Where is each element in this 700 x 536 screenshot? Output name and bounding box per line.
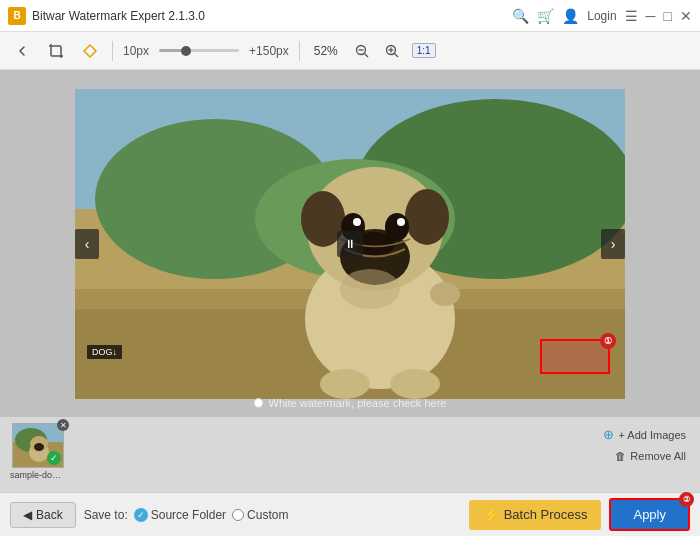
user-icon[interactable]: 👤 xyxy=(562,8,579,24)
title-bar: B Bitwar Watermark Expert 2.1.3.0 🔍 🛒 👤 … xyxy=(0,0,700,32)
white-watermark-text: White watermark, please check here xyxy=(269,397,447,409)
thumb-close-btn[interactable]: ✕ xyxy=(57,419,69,431)
svg-line-6 xyxy=(364,53,368,57)
remove-all-btn[interactable]: 🗑 Remove All xyxy=(611,448,690,464)
back-button[interactable]: ◀ Back xyxy=(10,502,76,528)
bottom-controls: ◀ Back Save to: ✓ Source Folder Custom ⚡… xyxy=(0,492,700,536)
zoom-in-btn[interactable] xyxy=(382,41,402,61)
batch-process-button[interactable]: ⚡ Batch Process xyxy=(469,500,602,530)
toolbar: 10px +150px 52% 1:1 xyxy=(0,32,700,70)
rotate-min-label: 10px xyxy=(123,44,149,58)
watermark-box[interactable]: ① xyxy=(540,339,610,374)
svg-point-28 xyxy=(397,218,405,226)
custom-label: Custom xyxy=(247,508,288,522)
svg-point-32 xyxy=(340,269,400,309)
radio-dot xyxy=(254,398,264,408)
title-bar-icons: 🔍 🛒 👤 Login ☰ ─ □ ✕ xyxy=(512,8,692,24)
thumb-filename: sample-dog.jpg xyxy=(10,470,65,480)
svg-point-38 xyxy=(34,443,44,451)
image-display: ‹ › ⏸ DOG↓ ① xyxy=(75,89,625,399)
thumbnail-strip: ✓ ✕ sample-dog.jpg ⊕ + Add Images 🗑 Remo… xyxy=(0,417,700,492)
main-area: ‹ › ⏸ DOG↓ ① White watermark, please che… xyxy=(0,70,700,536)
toolbar-back-btn[interactable] xyxy=(10,40,34,62)
source-folder-option[interactable]: ✓ Source Folder xyxy=(134,508,226,522)
nav-arrow-left[interactable]: ‹ xyxy=(75,229,99,259)
svg-point-22 xyxy=(405,189,449,245)
svg-point-31 xyxy=(430,282,460,306)
play-pause-button[interactable]: ⏸ xyxy=(337,231,363,257)
menu-icon[interactable]: ☰ xyxy=(625,8,638,24)
badge-2: ② xyxy=(679,492,694,507)
canvas-area: ‹ › ⏸ DOG↓ ① White watermark, please che… xyxy=(0,70,700,417)
custom-folder-option[interactable]: Custom xyxy=(232,508,288,522)
login-label[interactable]: Login xyxy=(587,9,616,23)
thumb-checkmark: ✓ xyxy=(47,451,61,465)
add-icon: ⊕ xyxy=(603,427,614,442)
minimize-icon[interactable]: ─ xyxy=(646,8,656,24)
toolbar-shape-btn[interactable] xyxy=(78,40,102,62)
back-arrow-icon: ◀ xyxy=(23,508,32,522)
custom-radio xyxy=(232,509,244,521)
svg-point-30 xyxy=(390,369,440,399)
apply-label: Apply xyxy=(633,507,666,522)
add-images-btn[interactable]: ⊕ + Add Images xyxy=(599,425,690,444)
rotate-max-label: +150px xyxy=(249,44,289,58)
white-watermark-notice: White watermark, please check here xyxy=(254,397,447,409)
toolbar-sep1 xyxy=(112,41,113,61)
source-folder-radio: ✓ xyxy=(134,508,148,522)
thumbnail-item[interactable]: ✓ ✕ sample-dog.jpg xyxy=(10,423,65,480)
save-to-label: Save to: xyxy=(84,508,128,522)
toolbar-sep2 xyxy=(299,41,300,61)
trash-icon: 🗑 xyxy=(615,450,626,462)
watermark-label: DOG↓ xyxy=(87,345,122,359)
svg-line-9 xyxy=(394,53,398,57)
zoom-out-btn[interactable] xyxy=(352,41,372,61)
svg-point-27 xyxy=(353,218,361,226)
app-logo: B xyxy=(8,7,26,25)
zoom-1to1-btn[interactable]: 1:1 xyxy=(412,43,436,58)
app-title: Bitwar Watermark Expert 2.1.3.0 xyxy=(32,9,506,23)
batch-process-label: Batch Process xyxy=(504,507,588,522)
toolbar-crop-btn[interactable] xyxy=(44,40,68,62)
back-label: Back xyxy=(36,508,63,522)
zoom-level-display: 52% xyxy=(310,44,342,58)
save-to-section: Save to: ✓ Source Folder Custom xyxy=(84,508,461,522)
thumbnail-actions: ⊕ + Add Images 🗑 Remove All xyxy=(599,425,690,464)
svg-rect-0 xyxy=(51,46,61,56)
apply-button[interactable]: Apply ② xyxy=(609,498,690,531)
maximize-icon[interactable]: □ xyxy=(664,8,672,24)
nav-arrow-right[interactable]: › xyxy=(601,229,625,259)
svg-point-29 xyxy=(320,369,370,399)
batch-icon: ⚡ xyxy=(483,507,500,523)
thumbnail-image: ✓ xyxy=(12,423,64,468)
rotation-slider[interactable] xyxy=(159,49,239,52)
badge-1: ① xyxy=(600,333,616,349)
source-folder-label: Source Folder xyxy=(151,508,226,522)
cart-icon[interactable]: 🛒 xyxy=(537,8,554,24)
close-icon[interactable]: ✕ xyxy=(680,8,692,24)
svg-point-26 xyxy=(385,213,409,241)
search-icon[interactable]: 🔍 xyxy=(512,8,529,24)
